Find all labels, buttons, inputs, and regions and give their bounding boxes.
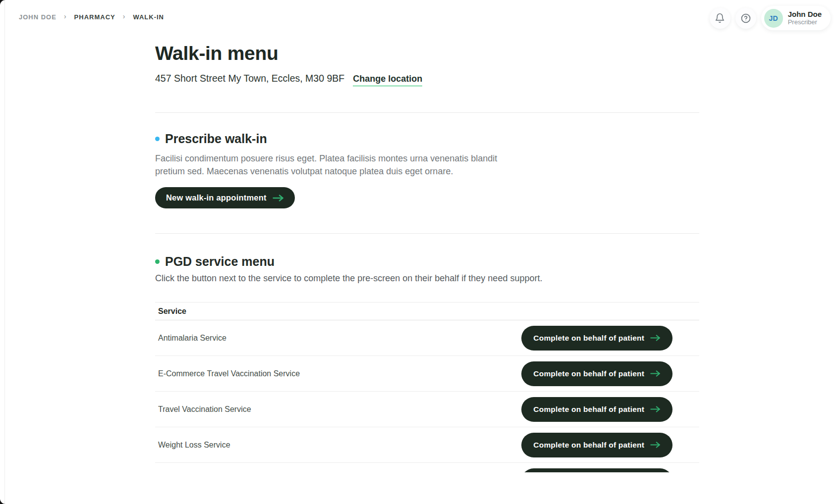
table-row: Travel Vaccination Service Complete on b… bbox=[155, 392, 699, 427]
change-location-link[interactable]: Change location bbox=[353, 74, 422, 87]
table-rows: Antimalaria Service Complete on behalf o… bbox=[155, 320, 699, 499]
question-circle-icon bbox=[740, 13, 751, 24]
breadcrumb-item-walk-in[interactable]: WALK-IN bbox=[133, 13, 164, 21]
breadcrumb: JOHN DOE › PHARMACY › WALK-IN bbox=[19, 13, 164, 21]
help-button[interactable] bbox=[735, 8, 756, 29]
arrow-right-icon bbox=[273, 195, 284, 202]
page-title: Walk-in menu bbox=[155, 43, 278, 64]
service-name: Travel Vaccination Service bbox=[158, 405, 251, 414]
user-name: John Doe bbox=[788, 10, 822, 18]
blue-bullet-icon bbox=[155, 137, 160, 141]
new-walk-in-appointment-button[interactable]: New walk-in appointment bbox=[155, 187, 295, 208]
service-name: Antimalaria Service bbox=[158, 334, 226, 343]
complete-on-behalf-button[interactable]: Complete on behalf of patient bbox=[521, 397, 672, 422]
table-row: Weight Loss Service Complete on behalf o… bbox=[155, 427, 699, 463]
avatar: JD bbox=[764, 9, 783, 28]
window-corner-cover-top bbox=[0, 0, 11, 11]
service-name: Weight Loss Service bbox=[158, 441, 230, 450]
pgd-service-menu-description: Click the button next to the service to … bbox=[155, 273, 542, 284]
window-left-edge bbox=[4, 0, 5, 504]
arrow-right-icon bbox=[650, 406, 661, 412]
chevron-right-icon: › bbox=[123, 12, 126, 20]
prescribe-walk-in-description: Facilisi condimentum posuere risus eget.… bbox=[155, 152, 497, 178]
table-row: E-Commerce Travel Vaccination Service Co… bbox=[155, 356, 699, 392]
green-bullet-icon bbox=[155, 259, 160, 264]
complete-on-behalf-button[interactable]: Complete on behalf of patient bbox=[521, 361, 672, 386]
complete-on-behalf-button[interactable]: Complete on behalf of patient bbox=[521, 433, 672, 457]
walk-in-menu-page: JOHN DOE › PHARMACY › WALK-IN bbox=[0, 0, 839, 504]
notifications-button[interactable] bbox=[710, 8, 730, 29]
pharmacy-address: 457 Short Street My Town, Eccles, M30 9B… bbox=[155, 73, 344, 84]
chevron-right-icon: › bbox=[64, 12, 67, 20]
window-corner-cover-bottom bbox=[0, 493, 11, 504]
arrow-right-icon bbox=[650, 370, 661, 377]
arrow-right-icon bbox=[650, 442, 661, 448]
arrow-right-icon bbox=[650, 335, 661, 341]
breadcrumb-item-pharmacy[interactable]: PHARMACY bbox=[74, 13, 115, 21]
section-divider bbox=[155, 112, 699, 113]
breadcrumb-item-john-doe[interactable]: JOHN DOE bbox=[19, 13, 56, 21]
pgd-service-menu-title: PGD service menu bbox=[165, 254, 275, 269]
location-row: 457 Short Street My Town, Eccles, M30 9B… bbox=[155, 73, 422, 87]
table-row: Antimalaria Service Complete on behalf o… bbox=[155, 320, 699, 356]
user-role: Prescriber bbox=[788, 19, 822, 26]
section-divider bbox=[155, 233, 699, 234]
bottom-scroll-fade bbox=[5, 472, 839, 504]
user-menu[interactable]: JD John Doe Prescriber bbox=[761, 6, 831, 30]
prescribe-walk-in-heading: Prescribe walk-in bbox=[155, 132, 267, 146]
pgd-services-table: Service Antimalaria Service Complete on … bbox=[155, 302, 699, 499]
service-name: E-Commerce Travel Vaccination Service bbox=[158, 369, 300, 378]
prescribe-walk-in-title: Prescribe walk-in bbox=[165, 132, 267, 146]
bell-icon bbox=[715, 13, 725, 23]
top-actions: JD John Doe Prescriber bbox=[710, 6, 831, 30]
table-header-service: Service bbox=[155, 302, 699, 320]
complete-on-behalf-button[interactable]: Complete on behalf of patient bbox=[521, 326, 672, 351]
pgd-service-menu-heading: PGD service menu bbox=[155, 254, 275, 269]
